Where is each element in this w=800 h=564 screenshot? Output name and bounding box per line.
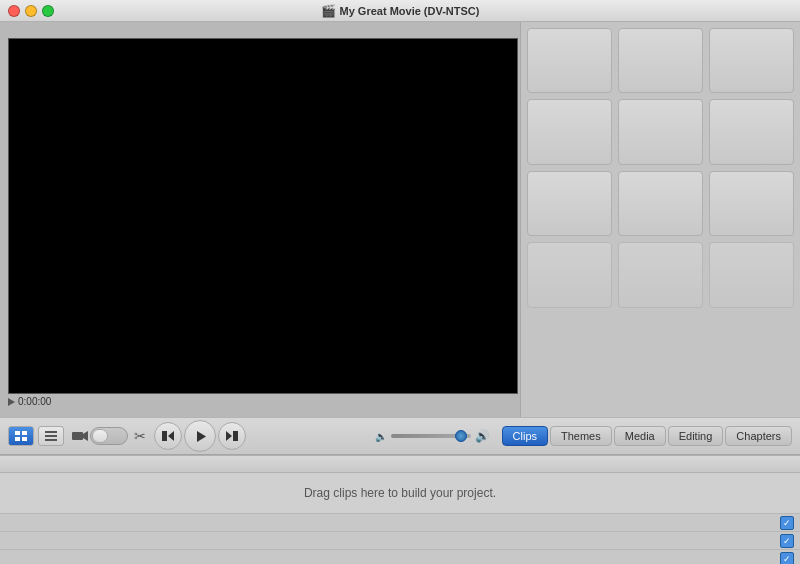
svg-rect-1 — [22, 431, 27, 435]
playhead-icon — [8, 398, 15, 406]
clip-cell[interactable] — [527, 28, 612, 93]
svg-rect-6 — [45, 439, 57, 441]
camera-controls: ✂ — [72, 427, 146, 445]
clip-cell[interactable] — [618, 99, 703, 164]
svg-rect-7 — [72, 432, 83, 440]
track-checkbox-3[interactable]: ✓ — [780, 552, 794, 565]
track-row-1: ✓ — [0, 513, 800, 531]
video-panel: 0:00:00 — [0, 22, 520, 417]
svg-marker-9 — [168, 431, 174, 441]
svg-rect-13 — [233, 431, 238, 441]
clip-cell[interactable] — [527, 171, 612, 236]
time-display: 0:00:00 — [0, 394, 520, 409]
track-row-2: ✓ — [0, 531, 800, 549]
tab-media[interactable]: Media — [614, 426, 666, 446]
track-row-3: ✓ — [0, 549, 800, 564]
clips-panel — [520, 22, 800, 417]
minimize-button[interactable] — [25, 5, 37, 17]
rewind-button[interactable] — [154, 422, 182, 450]
tab-clips[interactable]: Clips — [502, 426, 548, 446]
camera-icon — [72, 430, 88, 442]
tab-chapters[interactable]: Chapters — [725, 426, 792, 446]
drop-message: Drag clips here to build your project. — [304, 486, 496, 500]
svg-rect-3 — [22, 437, 27, 441]
svg-rect-2 — [15, 437, 20, 441]
fast-forward-button[interactable] — [218, 422, 246, 450]
clip-cell[interactable] — [709, 99, 794, 164]
clip-cell[interactable] — [618, 171, 703, 236]
window-controls — [8, 5, 54, 17]
clip-cell[interactable] — [709, 28, 794, 93]
volume-low-icon: 🔈 — [375, 431, 387, 442]
camera-icon-group — [72, 427, 128, 445]
volume-thumb[interactable] — [455, 430, 467, 442]
volume-area: 🔈 🔊 — [375, 429, 490, 443]
close-button[interactable] — [8, 5, 20, 17]
svg-marker-12 — [226, 431, 232, 441]
camera-toggle[interactable] — [90, 427, 128, 445]
timeline-drop-zone[interactable]: Drag clips here to build your project. — [0, 473, 800, 513]
volume-slider[interactable] — [391, 434, 471, 438]
view-mode-group — [8, 426, 64, 446]
svg-rect-4 — [45, 431, 57, 433]
grid-view-button[interactable] — [8, 426, 34, 446]
window-title: 🎬 My Great Movie (DV-NTSC) — [321, 4, 480, 18]
controls-bar: ✂ 🔈 🔊 Clips Themes Media — [0, 417, 800, 455]
scissors-icon[interactable]: ✂ — [134, 428, 146, 444]
clips-grid — [527, 28, 794, 308]
timecode: 0:00:00 — [18, 396, 51, 407]
app-window: 🎬 My Great Movie (DV-NTSC) 0:00:00 — [0, 0, 800, 564]
svg-rect-5 — [45, 435, 57, 437]
tab-themes[interactable]: Themes — [550, 426, 612, 446]
title-bar: 🎬 My Great Movie (DV-NTSC) — [0, 0, 800, 22]
clip-cell[interactable] — [527, 99, 612, 164]
clip-cell[interactable] — [709, 242, 794, 307]
play-button[interactable] — [184, 420, 216, 452]
clip-cell[interactable] — [709, 171, 794, 236]
toggle-knob — [92, 429, 108, 443]
list-view-button[interactable] — [38, 426, 64, 446]
svg-marker-8 — [83, 431, 88, 441]
svg-rect-0 — [15, 431, 20, 435]
volume-high-icon: 🔊 — [475, 429, 490, 443]
clip-cell[interactable] — [618, 242, 703, 307]
clip-cell[interactable] — [618, 28, 703, 93]
tabs-area: Clips Themes Media Editing Chapters — [502, 426, 792, 446]
video-container — [0, 22, 520, 394]
maximize-button[interactable] — [42, 5, 54, 17]
timeline-header — [0, 455, 800, 473]
track-checkbox-2[interactable]: ✓ — [780, 534, 794, 548]
tab-editing[interactable]: Editing — [668, 426, 724, 446]
svg-rect-10 — [162, 431, 167, 441]
svg-marker-11 — [197, 431, 206, 442]
track-checkbox-1[interactable]: ✓ — [780, 516, 794, 530]
transport-controls — [154, 420, 246, 452]
video-preview[interactable] — [8, 38, 518, 394]
clip-cell[interactable] — [527, 242, 612, 307]
